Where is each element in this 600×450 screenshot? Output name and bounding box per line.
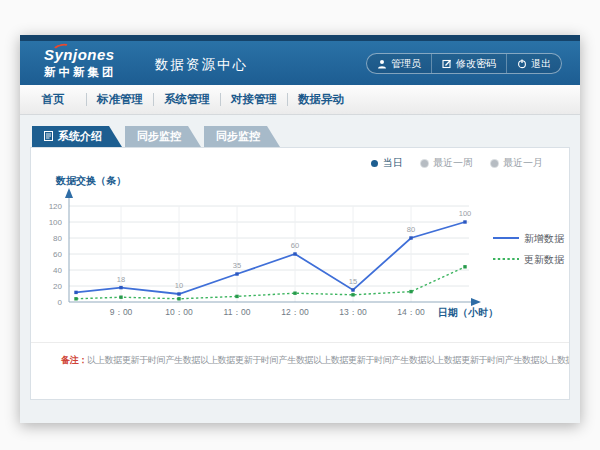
time-range-filters: 当日 最近一周 最近一月 — [371, 156, 543, 170]
tab-system-intro[interactable]: 系统介绍 — [32, 126, 122, 147]
nav-item-interface-mgmt[interactable]: 对接管理 — [221, 92, 287, 107]
tab-sync-monitor-1[interactable]: 同步监控 — [125, 126, 201, 147]
data-point — [235, 272, 238, 275]
data-point-label: 80 — [407, 225, 415, 234]
radio-dot-icon — [421, 160, 428, 167]
user-icon — [377, 59, 387, 69]
x-tick-label: 9：00 — [110, 307, 133, 317]
data-point-label: 10 — [175, 281, 183, 290]
data-point — [409, 290, 412, 293]
data-point-label: 100 — [459, 209, 472, 218]
x-tick-label: 10：00 — [165, 307, 193, 317]
page-title: 数据资源中心 — [155, 56, 248, 74]
change-password-button[interactable]: 修改密码 — [431, 54, 506, 73]
filter-last-week-radio[interactable]: 最近一周 — [421, 156, 473, 170]
logout-button[interactable]: 退出 — [506, 54, 561, 73]
line-chart-svg: 0204060801001209：0010：0011：0012：0013：001… — [31, 170, 571, 330]
filter-label: 当日 — [383, 156, 403, 170]
radio-dot-icon — [491, 160, 498, 167]
data-point — [74, 291, 77, 294]
legend-label: 更新数据 — [524, 254, 565, 265]
y-tick-label: 60 — [53, 250, 62, 259]
radio-dot-icon — [371, 160, 378, 167]
y-tick-label: 80 — [53, 234, 62, 243]
change-password-label: 修改密码 — [456, 57, 496, 71]
x-tick-label: 11：00 — [224, 307, 251, 317]
logout-label: 退出 — [531, 57, 551, 71]
data-point — [293, 252, 296, 255]
data-point-label: 35 — [233, 261, 241, 270]
app-header: Synjones 新中新集团 数据资源中心 管理员 修改密码 — [20, 41, 580, 85]
logout-icon — [517, 59, 527, 69]
edit-icon — [442, 59, 452, 69]
x-axis-arrow-icon — [471, 298, 481, 306]
nav-item-standard-mgmt[interactable]: 标准管理 — [87, 92, 153, 107]
y-axis-title: 数据交换（条） — [55, 175, 126, 186]
y-tick-label: 100 — [49, 218, 63, 227]
company-name: 新中新集团 — [44, 65, 140, 80]
filter-label: 最近一月 — [503, 156, 543, 170]
y-tick-label: 20 — [53, 282, 62, 291]
data-point — [177, 292, 180, 295]
app-window: Synjones 新中新集团 数据资源中心 管理员 修改密码 — [20, 35, 580, 423]
x-axis-title: 日期（小时） — [438, 307, 498, 318]
x-tick-label: 14：00 — [397, 307, 425, 317]
x-tick-label: 12：00 — [281, 307, 309, 317]
logo: Synjones 新中新集团 — [44, 46, 140, 80]
data-point-label: 18 — [117, 275, 125, 284]
data-point — [293, 292, 296, 295]
data-point — [409, 236, 412, 239]
tab-label: 系统介绍 — [58, 129, 102, 144]
tab-label: 同步监控 — [137, 129, 181, 144]
footnote-prefix: 备注： — [61, 355, 87, 365]
y-axis-arrow-icon — [65, 188, 73, 198]
data-point — [351, 293, 354, 296]
content-area: 系统介绍 同步监控 同步监控 当日 最近一周 — [20, 116, 580, 423]
filter-last-month-radio[interactable]: 最近一月 — [491, 156, 543, 170]
admin-user-label: 管理员 — [391, 57, 421, 71]
data-point — [351, 288, 354, 291]
filter-label: 最近一周 — [433, 156, 473, 170]
filter-today-radio[interactable]: 当日 — [371, 156, 403, 170]
document-icon — [44, 131, 53, 143]
data-point-label: 15 — [349, 277, 357, 286]
tab-label: 同步监控 — [216, 129, 260, 144]
data-point-label: 60 — [291, 241, 299, 250]
admin-user-button[interactable]: 管理员 — [367, 54, 431, 73]
data-point — [119, 296, 122, 299]
main-nav: 首页 标准管理 系统管理 对接管理 数据异动 — [20, 85, 580, 115]
nav-item-home[interactable]: 首页 — [20, 92, 86, 107]
data-point — [463, 220, 466, 223]
x-tick-label: 13：00 — [339, 307, 367, 317]
user-menu: 管理员 修改密码 退出 — [366, 53, 562, 74]
footnote: 备注：以上数据更新于时间产生数据以上数据更新于时间产生数据以上数据更新于时间产生… — [31, 342, 569, 367]
data-point — [74, 297, 77, 300]
nav-item-system-mgmt[interactable]: 系统管理 — [154, 92, 220, 107]
data-point — [463, 265, 466, 268]
data-point — [235, 295, 238, 298]
y-tick-label: 0 — [58, 298, 63, 307]
tab-bar: 系统介绍 同步监控 同步监控 — [32, 126, 280, 147]
series-line — [76, 267, 465, 299]
chart-panel: 当日 最近一周 最近一月 0204060801001209：0010：0011：… — [30, 147, 570, 400]
data-point — [119, 286, 122, 289]
tab-sync-monitor-2[interactable]: 同步监控 — [204, 126, 280, 147]
line-chart: 0204060801001209：0010：0011：0012：0013：001… — [31, 170, 571, 330]
y-tick-label: 120 — [49, 202, 63, 211]
legend-label: 新增数据 — [524, 233, 565, 244]
footnote-text: 以上数据更新于时间产生数据以上数据更新于时间产生数据以上数据更新于时间产生数据以… — [87, 355, 569, 365]
data-point — [177, 297, 180, 300]
y-tick-label: 40 — [53, 266, 62, 275]
nav-item-data-change[interactable]: 数据异动 — [288, 92, 354, 107]
